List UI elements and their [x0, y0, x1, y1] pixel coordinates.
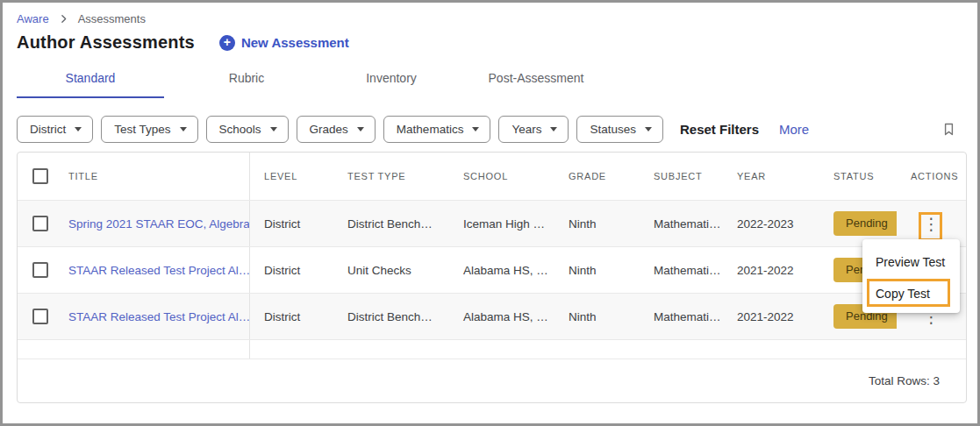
row-actions-kebab-icon[interactable]: ⋮ — [916, 212, 947, 236]
filter-grades[interactable]: Grades — [297, 116, 376, 143]
cell-year: 2021-2022 — [723, 264, 819, 277]
assessment-title-link[interactable]: Spring 2021 STAAR EOC, Algebra I — [68, 217, 250, 231]
table-header-row: TITLE LEVEL TEST TYPE SCHOOL GRADE SUBJE… — [18, 153, 966, 201]
more-filters-link[interactable]: More — [779, 122, 809, 137]
table-row: STAAR Released Test Project Al… District… — [18, 294, 966, 340]
table-row: STAAR Released Test Project Al… District… — [18, 247, 966, 294]
header-actions: ACTIONS — [897, 171, 966, 181]
breadcrumb-link-aware[interactable]: Aware — [17, 12, 49, 25]
page-title: Author Assessments — [17, 32, 195, 53]
breadcrumb: Aware Assessments — [17, 12, 963, 25]
cell-test-type: District Bench… — [333, 310, 449, 323]
reset-filters-button[interactable]: Reset Filters — [680, 122, 759, 137]
menu-item-copy-test[interactable]: Copy Test — [862, 278, 960, 309]
filter-subject[interactable]: Mathematics — [383, 116, 491, 143]
row-actions-menu: Preview Test Copy Test — [862, 239, 960, 313]
new-assessment-label: New Assessment — [241, 35, 349, 50]
cell-school: Iceman High … — [449, 217, 554, 231]
cell-school: Alabama HS, … — [449, 264, 554, 277]
row-checkbox[interactable] — [32, 309, 48, 324]
filter-test-types[interactable]: Test Types — [101, 116, 197, 143]
caret-down-icon — [550, 127, 557, 131]
cell-school: Alabama HS, … — [449, 310, 554, 323]
status-badge: Pending — [833, 211, 897, 236]
tab-inventory[interactable]: Inventory — [329, 71, 454, 98]
table-row: Spring 2021 STAAR EOC, Algebra I Distric… — [18, 201, 966, 247]
cell-grade: Ninth — [554, 264, 640, 277]
assessment-title-link[interactable]: STAAR Released Test Project Al… — [68, 310, 250, 323]
header-title: TITLE — [54, 153, 250, 200]
filter-subject-label: Mathematics — [397, 123, 464, 136]
filter-statuses-label: Statuses — [590, 123, 636, 136]
total-rows-label: Total Rows: 3 — [869, 374, 940, 387]
empty-row — [18, 340, 966, 359]
tab-post-assessment[interactable]: Post-Assessment — [454, 71, 619, 98]
title-row: Author Assessments + New Assessment — [17, 32, 963, 53]
cell-subject: Mathemati… — [640, 217, 723, 231]
chevron-right-icon — [58, 13, 69, 25]
caret-down-icon — [357, 127, 364, 131]
table-footer: Total Rows: 3 — [18, 359, 966, 402]
row-checkbox[interactable] — [32, 262, 48, 278]
tab-bar: Standard Rubric Inventory Post-Assessmen… — [17, 71, 963, 98]
new-assessment-button[interactable]: + New Assessment — [219, 35, 349, 51]
caret-down-icon — [75, 127, 82, 131]
cell-year: 2022-2023 — [723, 217, 819, 231]
filter-bar: District Test Types Schools Grades Mathe… — [17, 116, 963, 143]
cell-subject: Mathemati… — [640, 264, 723, 277]
cell-level: District — [250, 310, 333, 323]
cell-grade: Ninth — [554, 217, 640, 231]
filter-grades-label: Grades — [310, 123, 348, 136]
cell-level: District — [250, 217, 333, 231]
assessment-title-link[interactable]: STAAR Released Test Project Al… — [68, 264, 250, 277]
filter-test-types-label: Test Types — [114, 123, 170, 136]
filter-district[interactable]: District — [17, 116, 93, 143]
cell-grade: Ninth — [554, 310, 640, 323]
select-all-checkbox[interactable] — [32, 168, 48, 184]
header-school: SCHOOL — [449, 171, 554, 181]
filter-schools[interactable]: Schools — [206, 116, 289, 143]
header-level: LEVEL — [250, 171, 333, 181]
assessments-table: TITLE LEVEL TEST TYPE SCHOOL GRADE SUBJE… — [17, 152, 967, 403]
header-test-type: TEST TYPE — [333, 171, 449, 181]
caret-down-icon — [472, 127, 479, 131]
cell-test-type: Unit Checks — [333, 264, 449, 277]
cell-test-type: District Bench… — [333, 217, 449, 231]
filter-district-label: District — [30, 123, 66, 136]
author-assessments-page: Aware Assessments Author Assessments + N… — [0, 0, 980, 426]
caret-down-icon — [180, 127, 187, 131]
cell-year: 2021-2022 — [723, 310, 819, 323]
row-checkbox[interactable] — [32, 216, 48, 231]
plus-circle-icon: + — [219, 35, 235, 51]
caret-down-icon — [270, 127, 277, 131]
cell-status: Pending — [819, 211, 897, 236]
filter-years[interactable]: Years — [498, 116, 569, 143]
tab-rubric[interactable]: Rubric — [164, 71, 329, 98]
filter-statuses[interactable]: Statuses — [576, 116, 663, 143]
bookmark-icon[interactable] — [941, 121, 956, 138]
cell-level: District — [250, 264, 333, 277]
filter-years-label: Years — [511, 123, 541, 136]
filter-schools-label: Schools — [219, 123, 261, 136]
breadcrumb-current: Assessments — [78, 12, 146, 25]
header-grade: GRADE — [554, 171, 640, 181]
cell-subject: Mathemati… — [640, 310, 723, 323]
menu-item-preview-test[interactable]: Preview Test — [862, 246, 960, 278]
caret-down-icon — [645, 127, 652, 131]
tab-standard[interactable]: Standard — [17, 71, 164, 98]
header-checkbox-cell — [18, 168, 54, 184]
header-status: STATUS — [819, 171, 897, 181]
header-subject: SUBJECT — [640, 171, 723, 181]
header-year: YEAR — [723, 171, 819, 181]
